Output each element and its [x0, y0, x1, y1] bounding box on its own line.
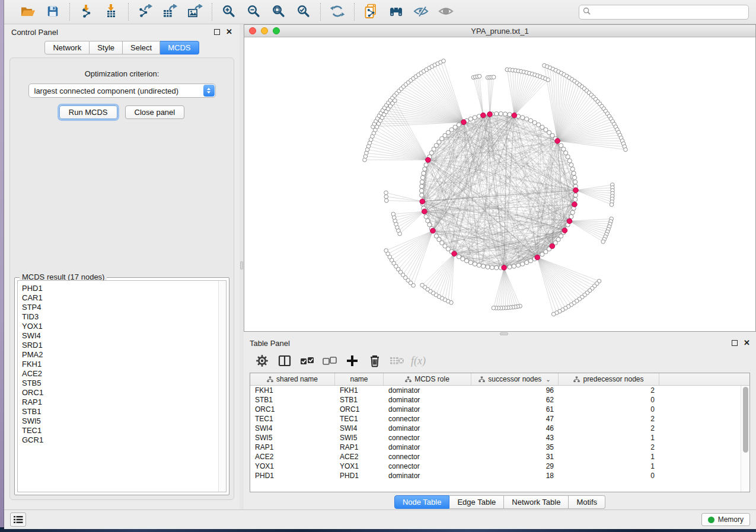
- table-row[interactable]: TEC1TEC1connector472: [250, 414, 741, 424]
- table-tab-motifs[interactable]: Motifs: [569, 495, 605, 509]
- column-header-MCDS-role[interactable]: MCDS role: [384, 373, 471, 385]
- table-tab-node-table[interactable]: Node Table: [394, 495, 450, 509]
- zoom-fit-icon: [272, 4, 286, 20]
- deselect-all-button[interactable]: [321, 353, 339, 370]
- run-mcds-button[interactable]: Run MCDS: [59, 105, 117, 119]
- column-header-shared-name[interactable]: shared name: [250, 373, 335, 385]
- mcds-result-item[interactable]: CAR1: [22, 293, 226, 303]
- table-row[interactable]: RAP1RAP1dominator352: [250, 443, 741, 452]
- table-row[interactable]: ORC1ORC1dominator610: [250, 405, 741, 414]
- horizontal-splitter-grip[interactable]: [500, 332, 508, 335]
- tab-style[interactable]: Style: [90, 41, 123, 55]
- memory-button[interactable]: Memory: [701, 513, 750, 526]
- mcds-panel: Optimization criterion: largest connecte…: [9, 57, 234, 500]
- column-label: MCDS role: [414, 375, 449, 383]
- control-panel: Control Panel ✕ NetworkStyleSelectMCDS O…: [4, 24, 240, 509]
- tab-select[interactable]: Select: [123, 41, 160, 55]
- export-image-button[interactable]: [184, 3, 206, 21]
- mcds-result-item[interactable]: ORC1: [22, 388, 226, 398]
- close-panel-icon[interactable]: ✕: [226, 29, 232, 35]
- mcds-result-item[interactable]: ACE2: [22, 369, 226, 379]
- table-cell: 46: [471, 424, 559, 432]
- float-panel-icon[interactable]: [214, 29, 220, 35]
- zoom-out-button[interactable]: [243, 3, 264, 21]
- search-input[interactable]: [593, 6, 745, 18]
- mcds-result-scrollbar[interactable]: [218, 281, 226, 492]
- table-cell: SWI4: [335, 424, 384, 432]
- criterion-dropdown-value: largest connected component (undirected): [34, 86, 179, 95]
- columns-button[interactable]: [276, 353, 294, 370]
- select-all-button[interactable]: [298, 353, 316, 370]
- select-all-icon: [300, 356, 314, 367]
- mcds-result-item[interactable]: RAP1: [22, 398, 226, 407]
- close-panel-button[interactable]: Close panel: [125, 105, 185, 119]
- mcds-result-item[interactable]: GCR1: [22, 435, 226, 445]
- table-vertical-scrollbar[interactable]: [741, 386, 749, 492]
- criterion-dropdown[interactable]: largest connected component (undirected): [28, 84, 216, 98]
- table-cell: SWI4: [250, 424, 335, 432]
- mcds-result-item[interactable]: PMA2: [22, 350, 226, 360]
- export-network-button[interactable]: [135, 3, 156, 21]
- tab-mcds[interactable]: MCDS: [160, 41, 199, 55]
- network-from-selection-button[interactable]: [361, 3, 382, 21]
- table-row[interactable]: PHD1PHD1dominator180: [250, 471, 741, 480]
- float-table-panel-icon[interactable]: [732, 340, 738, 346]
- hide-selected-icon: [413, 5, 429, 20]
- import-table-icon: [104, 4, 119, 20]
- table-row[interactable]: ACE2ACE2connector311: [250, 452, 741, 462]
- horizontal-splitter[interactable]: [244, 332, 756, 336]
- find-button[interactable]: [385, 3, 407, 21]
- column-tree-icon: [405, 376, 412, 383]
- delete-column-button[interactable]: [366, 353, 384, 370]
- task-history-button[interactable]: [10, 512, 26, 527]
- toolbar-search-box[interactable]: [579, 5, 749, 20]
- mcds-result-item[interactable]: TID3: [22, 312, 226, 322]
- mcds-result-item[interactable]: PHD1: [22, 284, 226, 293]
- mcds-result-item[interactable]: SWI4: [22, 331, 226, 341]
- table-tab-network-table[interactable]: Network Table: [504, 495, 569, 509]
- import-table-button[interactable]: [101, 3, 122, 21]
- table-cell: dominator: [384, 424, 471, 432]
- add-column-button[interactable]: [343, 353, 361, 370]
- table-cell: 29: [471, 462, 559, 470]
- column-header-successor-nodes[interactable]: successor nodes⌄: [471, 373, 559, 385]
- tab-network[interactable]: Network: [44, 41, 90, 55]
- table-row[interactable]: SWI5SWI5connector431: [250, 433, 741, 443]
- mcds-result-item[interactable]: SRD1: [22, 341, 226, 350]
- save-button[interactable]: [42, 3, 63, 21]
- close-table-panel-icon[interactable]: ✕: [744, 340, 750, 346]
- table-cell: SWI5: [335, 434, 384, 442]
- zoom-fit-button[interactable]: [268, 3, 289, 21]
- zoom-selected-button[interactable]: [293, 3, 314, 21]
- mcds-result-item[interactable]: FKH1: [22, 360, 226, 369]
- mcds-result-item[interactable]: STB1: [22, 407, 226, 416]
- import-network-button[interactable]: [76, 3, 97, 21]
- table-cell: 31: [471, 453, 559, 461]
- network-canvas[interactable]: [244, 37, 755, 331]
- export-table-button[interactable]: [160, 3, 181, 21]
- column-header-predecessor-nodes[interactable]: predecessor nodes: [559, 373, 659, 385]
- mcds-result-item[interactable]: STB5: [22, 379, 226, 388]
- mcds-result-item[interactable]: TEC1: [22, 426, 226, 435]
- refresh-button[interactable]: [327, 3, 348, 21]
- open-button[interactable]: [17, 3, 39, 21]
- network-window-titlebar[interactable]: YPA_prune.txt_1: [244, 25, 755, 37]
- vertical-splitter-grip[interactable]: [240, 261, 243, 270]
- table-tab-edge-table[interactable]: Edge Table: [449, 495, 504, 509]
- mcds-result-item[interactable]: SWI5: [22, 416, 226, 426]
- table-row[interactable]: YOX1YOX1connector291: [250, 462, 741, 471]
- column-tree-icon: [267, 376, 273, 383]
- vertical-splitter[interactable]: [240, 24, 244, 509]
- table-row[interactable]: FKH1FKH1dominator962: [250, 386, 741, 395]
- mcds-result-item[interactable]: STP4: [22, 303, 226, 312]
- show-all-button[interactable]: [435, 3, 457, 21]
- zoom-in-button[interactable]: [218, 3, 240, 21]
- hide-selected-button[interactable]: [410, 3, 432, 21]
- table-row[interactable]: SWI4SWI4dominator462: [250, 424, 741, 433]
- column-header-name[interactable]: name: [335, 373, 384, 385]
- gear-button[interactable]: [253, 353, 271, 370]
- table-row[interactable]: STB1STB1dominator620: [250, 395, 741, 405]
- mcds-result-item[interactable]: YOX1: [22, 322, 226, 331]
- table-scrollbar-thumb[interactable]: [743, 387, 748, 453]
- mcds-result-list[interactable]: PHD1CAR1STP4TID3YOX1SWI4SRD1PMA2FKH1ACE2…: [17, 280, 227, 492]
